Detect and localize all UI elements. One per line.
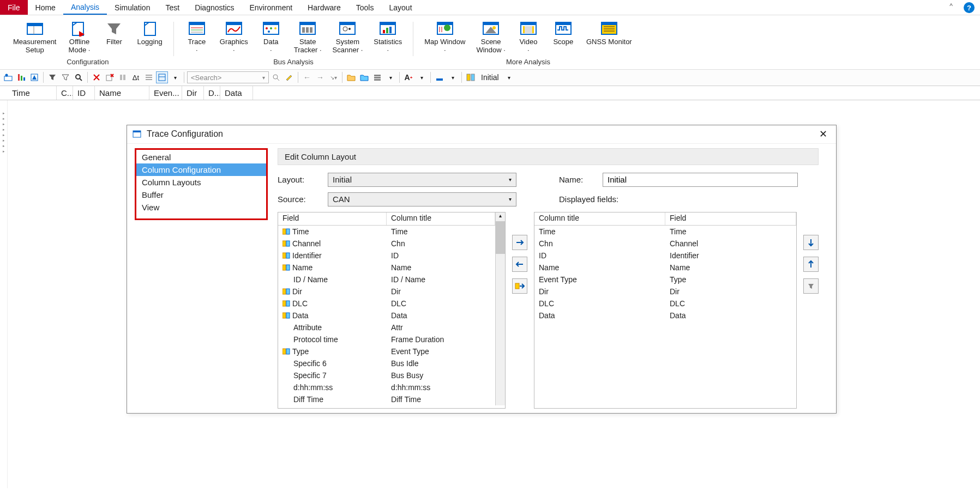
collapse-ribbon-icon[interactable]: ^: [944, 0, 958, 15]
ribbon-map[interactable]: Map Window ·: [420, 19, 470, 56]
available-fields-list[interactable]: FieldColumn title TimeTimeChannelChnIden…: [278, 212, 506, 409]
tb-dd2[interactable]: ▾: [416, 71, 428, 83]
displayed-row[interactable]: NameName: [534, 262, 796, 274]
ribbon-data[interactable]: Data ·: [255, 19, 287, 56]
column-header[interactable]: ID: [73, 86, 95, 100]
field-row[interactable]: DLCDLC: [278, 297, 495, 309]
move-up-button[interactable]: [803, 257, 819, 272]
ribbon-scanner[interactable]: System Scanner ·: [328, 19, 368, 56]
tb-delta-icon[interactable]: Δt: [130, 71, 142, 83]
column-header[interactable]: D...: [204, 86, 220, 100]
tb-find-icon[interactable]: [270, 71, 282, 83]
tb-rows-icon[interactable]: [371, 71, 383, 83]
column-header[interactable]: Data: [220, 86, 253, 100]
tb-search-icon[interactable]: [73, 71, 85, 83]
filter-button[interactable]: [803, 278, 819, 294]
close-icon[interactable]: ✕: [816, 128, 831, 140]
field-row[interactable]: Specific 6Bus Idle: [278, 357, 495, 369]
tb-dd3[interactable]: ▾: [447, 71, 459, 83]
column-header[interactable]: C...: [57, 86, 73, 100]
ribbon-scene[interactable]: Scene Window ·: [472, 19, 509, 56]
displayed-row[interactable]: DLCDLC: [534, 297, 796, 309]
field-row[interactable]: d:hh:mm:ssd:hh:mm:ss: [278, 381, 495, 393]
menu-environment[interactable]: Environment: [242, 0, 300, 15]
help-icon[interactable]: ?: [964, 2, 975, 13]
menu-diagnostics[interactable]: Diagnostics: [187, 0, 242, 15]
tb-pause-icon[interactable]: [117, 71, 129, 83]
displayed-row[interactable]: DirDir: [534, 286, 796, 297]
displayed-row[interactable]: TimeTime: [534, 226, 796, 238]
source-combo[interactable]: CAN▾: [328, 192, 516, 207]
tb-dropdown-icon[interactable]: ▾: [169, 71, 181, 83]
menu-analysis[interactable]: Analysis: [63, 0, 107, 15]
nav-column-configuration[interactable]: Column Configuration: [136, 163, 266, 176]
remove-field-button[interactable]: [512, 257, 527, 272]
ribbon-logging[interactable]: Logging: [133, 19, 166, 56]
tb-mode-icon[interactable]: [156, 71, 168, 83]
tb-filter2-icon[interactable]: [59, 71, 71, 83]
nav-general[interactable]: General: [136, 151, 266, 163]
field-row[interactable]: ID / NameID / Name: [278, 274, 495, 286]
menu-simulation[interactable]: Simulation: [107, 0, 158, 15]
tb-prev-icon[interactable]: ←: [301, 71, 313, 83]
move-down-button[interactable]: [803, 235, 819, 250]
ribbon-video[interactable]: Video ·: [512, 19, 545, 56]
tb-dd1[interactable]: ▾: [384, 71, 396, 83]
ribbon-stats[interactable]: Statistics ·: [369, 19, 406, 56]
field-row[interactable]: IdentifierID: [278, 250, 495, 262]
field-row[interactable]: Diff TimeDiff Time: [278, 393, 495, 405]
tb-clear-icon[interactable]: [104, 71, 116, 83]
displayed-row[interactable]: Event TypeType: [534, 274, 796, 286]
field-row[interactable]: TimeTime: [278, 226, 495, 238]
tb-icon-3[interactable]: [28, 71, 40, 83]
tb-icon-1[interactable]: [2, 71, 14, 83]
ribbon-state[interactable]: State Tracker ·: [290, 19, 326, 56]
menu-home[interactable]: Home: [28, 0, 63, 15]
ribbon-graphics[interactable]: Graphics ·: [215, 19, 252, 56]
nav-buffer[interactable]: Buffer: [136, 189, 266, 201]
menu-file[interactable]: File: [0, 0, 28, 15]
tb-icon-2[interactable]: [15, 71, 27, 83]
tb-list-icon[interactable]: [143, 71, 155, 83]
tb-color-icon[interactable]: [434, 71, 446, 83]
search-input[interactable]: <Search>▾: [187, 71, 269, 83]
tb-folder-icon[interactable]: [345, 71, 357, 83]
name-input[interactable]: [603, 173, 798, 187]
add-all-button[interactable]: [512, 278, 527, 294]
scrollbar[interactable]: ▴: [495, 212, 505, 405]
ribbon-gnss[interactable]: GNSS Monitor: [582, 19, 636, 56]
column-header[interactable]: Name: [95, 86, 149, 100]
ribbon-scope[interactable]: Scope: [547, 19, 580, 56]
tb-font-icon[interactable]: A+: [402, 71, 414, 83]
tb-next-icon[interactable]: →: [314, 71, 326, 83]
displayed-row[interactable]: IDIdentifier: [534, 250, 796, 262]
menu-hardware[interactable]: Hardware: [300, 0, 348, 15]
field-row[interactable]: DirDir: [278, 286, 495, 297]
tb-goto-icon[interactable]: ↘▾: [327, 71, 339, 83]
tb-highlight-icon[interactable]: [283, 71, 295, 83]
layout-combo[interactable]: Initial▾: [328, 173, 516, 187]
menu-test[interactable]: Test: [158, 0, 187, 15]
add-field-button[interactable]: [512, 235, 527, 250]
tb-layout-icon[interactable]: [465, 71, 477, 83]
tb-filter-icon[interactable]: [46, 71, 58, 83]
field-row[interactable]: Protocol timeFrame Duration: [278, 333, 495, 345]
tb-export-icon[interactable]: [358, 71, 370, 83]
ribbon-offline[interactable]: Offline Mode ·: [63, 19, 95, 56]
field-row[interactable]: ChannelChn: [278, 238, 495, 250]
displayed-row[interactable]: ChnChannel: [534, 238, 796, 250]
ribbon-trace[interactable]: Trace ·: [181, 19, 213, 56]
field-row[interactable]: NameName: [278, 262, 495, 274]
column-header[interactable]: Time: [8, 86, 57, 100]
nav-view[interactable]: View: [136, 201, 266, 214]
field-row[interactable]: TypeEvent Type: [278, 345, 495, 357]
tb-dd4[interactable]: ▾: [503, 71, 515, 83]
tb-delete-icon[interactable]: [91, 71, 103, 83]
field-row[interactable]: Specific 7Bus Busy: [278, 369, 495, 381]
layout-name[interactable]: Initial: [478, 73, 502, 82]
field-row[interactable]: DataData: [278, 309, 495, 321]
displayed-fields-list[interactable]: Column titleField TimeTimeChnChannelIDId…: [534, 212, 797, 409]
menu-tools[interactable]: Tools: [348, 0, 382, 15]
column-header[interactable]: Even...: [149, 86, 182, 100]
menu-layout[interactable]: Layout: [381, 0, 419, 15]
